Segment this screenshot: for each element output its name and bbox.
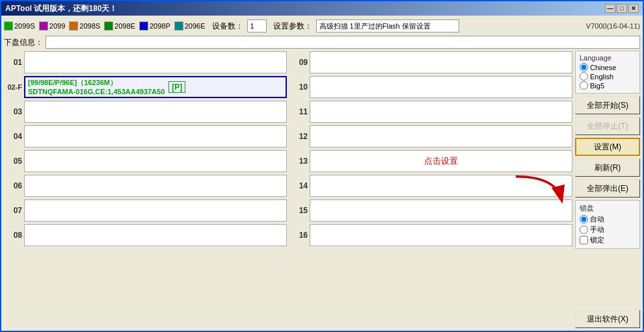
slot-row-04: 04 [4,125,287,148]
settings-param-input[interactable] [316,19,459,32]
slot-num-13: 13 [289,157,308,166]
radio-big5-input[interactable] [580,81,588,90]
settings-param-label: 设置参数： [273,21,312,32]
slot-box-07[interactable] [24,199,287,222]
slot-num-04: 04 [4,132,22,141]
legend-color-2099 [39,21,48,31]
slots-right: 09 10 11 12 [289,51,572,328]
right-panel: Language Chinese English Big5 全部 [575,51,640,328]
slot-row-16: 16 [289,223,572,247]
lock-checkbox[interactable] [580,236,588,244]
slot-box-05[interactable] [24,150,287,172]
slots-left: 01 02-F [99/98E/P/96E]（16236M） SDTNQFAMA… [4,51,287,328]
maximize-button[interactable]: □ [617,4,627,13]
slot-box-11[interactable] [310,101,572,123]
device-count-input[interactable] [247,19,267,32]
slot-row-08: 08 [4,223,287,247]
legend-label-2099: 2099 [49,22,65,30]
slot-row-13: 13 点击设置 [289,149,572,173]
slot-num-14: 14 [289,181,308,190]
legend-label-2096e: 2096E [185,22,206,30]
slot-num-15: 15 [289,206,308,215]
slot-box-13[interactable]: 点击设置 [310,150,572,172]
slot-box-10[interactable] [310,76,572,98]
language-group-title: Language [580,54,636,62]
slot-box-16[interactable] [310,224,572,246]
lock-group: 锁盘 自动 手动 锁定 [575,200,640,249]
radio-auto-lock-input[interactable] [580,215,588,223]
content-area: 2099S 2099 2098S 2098E 2098P 2096E [1,16,643,331]
slot-num-12: 12 [289,132,308,141]
slot-num-06: 06 [4,181,22,190]
legend-color-2098e [104,21,113,31]
legend-2098s: 2098S [69,21,100,31]
radio-english[interactable]: English [580,72,636,81]
main-window: APTool 试用版本，还剩180天！ — □ ✕ 2099S 2099 209… [0,0,644,332]
slot-box-08[interactable] [24,224,287,246]
title-text: APTool 试用版本，还剩180天！ [5,3,605,14]
eject-all-button[interactable]: 全部弹出(E) [575,179,640,198]
slot-box-04[interactable] [24,125,287,147]
radio-manual-lock-input[interactable] [580,225,588,234]
refresh-button[interactable]: 刷新(R) [575,159,640,177]
slot-row-06: 06 [4,174,287,198]
legend-2096e: 2096E [174,21,206,31]
slot-box-15[interactable] [310,199,572,222]
radio-chinese-label: Chinese [590,64,616,71]
radio-auto-lock[interactable]: 自动 [580,214,636,224]
settings-button[interactable]: 设置(M) [575,138,640,156]
slot-row-03: 03 [4,100,287,123]
legend-color-2098s [69,21,78,31]
legend-label-2099s: 2099S [14,22,35,30]
slot-box-03[interactable] [24,101,287,123]
slot-box-09[interactable] [310,51,572,73]
radio-chinese-input[interactable] [580,63,588,71]
legend-label-2098s: 2098S [79,22,100,30]
lock-group-title: 锁盘 [580,203,636,213]
start-all-button[interactable]: 全部开始(S) [575,96,640,114]
close-button[interactable]: ✕ [628,4,639,13]
stop-all-button[interactable]: 全部停止(T) [575,117,640,135]
slot-num-11: 11 [289,107,308,116]
slot-box-02f[interactable]: [99/98E/P/96E]（16236M） SDTNQFAMA-016G,CE… [24,76,287,98]
exit-button[interactable]: 退出软件(X) [575,310,640,328]
minimize-button[interactable]: — [605,4,615,13]
slot-num-09: 09 [289,58,308,67]
radio-big5-label: Big5 [590,82,604,90]
slot-num-10: 10 [289,83,308,92]
radio-english-input[interactable] [580,72,588,81]
slot-row-01: 01 [4,51,287,74]
radio-chinese[interactable]: Chinese [580,63,636,71]
slot-row-15: 15 [289,199,572,222]
slot-num-01: 01 [4,58,22,67]
slot-box-14[interactable] [310,175,572,197]
legend-color-2096e [174,21,183,31]
slot-row-12: 12 [289,125,572,148]
slot-row-05: 05 [4,149,287,173]
slot-02f-line1: [99/98E/P/96E]（16236M） [28,78,165,87]
status-label: 下盘信息： [4,37,43,48]
checkbox-lock[interactable]: 锁定 [580,235,636,245]
legend-label-2098e: 2098E [114,22,135,30]
legend-label-2098p: 2098P [150,22,170,30]
slot-row-07: 07 [4,199,287,222]
radio-manual-lock[interactable]: 手动 [580,225,636,235]
slot-box-01[interactable] [24,51,287,73]
title-buttons: — □ ✕ [605,4,639,13]
slot-box-06[interactable] [24,175,287,197]
radio-big5[interactable]: Big5 [580,81,636,90]
lock-checkbox-label: 锁定 [590,235,604,245]
device-count-label: 设备数： [212,21,243,32]
legend-2098p: 2098P [139,21,170,31]
slot-row-11: 11 [289,100,572,123]
slot-02f-content: [99/98E/P/96E]（16236M） SDTNQFAMA-016G,CE… [28,78,165,97]
slot-num-02f: 02-F [4,83,22,91]
legend-2098e: 2098E [104,21,135,31]
slot-row-14: 14 [289,174,572,198]
legend-color-2098p [139,21,148,31]
slot-num-03: 03 [4,107,22,116]
slot-box-12[interactable] [310,125,572,147]
status-row: 下盘信息： [4,36,640,49]
status-input[interactable] [46,36,640,49]
main-area: 01 02-F [99/98E/P/96E]（16236M） SDTNQFAMA… [4,51,640,328]
